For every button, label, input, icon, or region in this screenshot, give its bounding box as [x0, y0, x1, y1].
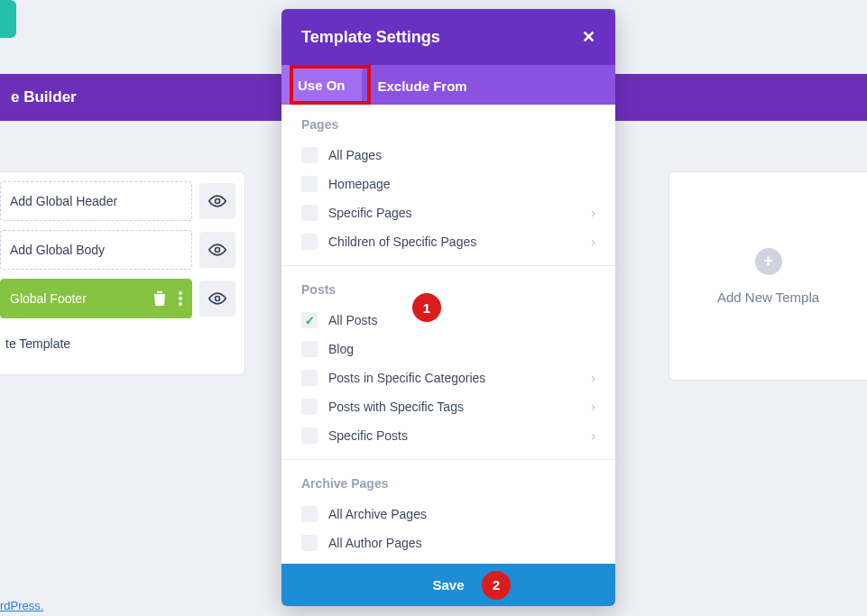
- chevron-right-icon: ›: [591, 371, 595, 385]
- tab-exclude-from[interactable]: Exclude From: [362, 68, 484, 105]
- option-label: Specific Pages: [328, 206, 412, 220]
- section-archive: Archive Pages All Archive Pages All Auth…: [281, 459, 615, 564]
- modal-title: Template Settings: [301, 28, 440, 47]
- option-label: All Pages: [328, 148, 382, 162]
- callout-badge-2: 2: [482, 571, 511, 600]
- callout-badge-1: 1: [412, 293, 441, 322]
- checkbox[interactable]: [301, 428, 318, 444]
- svg-point-1: [216, 248, 220, 253]
- svg-point-2: [179, 291, 182, 295]
- template-settings-modal: Template Settings ✕ Use On Exclude From …: [281, 9, 615, 606]
- option-all-author[interactable]: All Author Pages: [301, 529, 595, 557]
- eye-icon: [208, 292, 226, 305]
- option-all-posts[interactable]: All Posts: [301, 306, 595, 335]
- tab-use-on[interactable]: Use On: [281, 65, 362, 105]
- chevron-right-icon: ›: [591, 234, 595, 249]
- visibility-toggle-body[interactable]: [199, 232, 235, 268]
- slot-global-header[interactable]: Add Global Header: [0, 181, 192, 221]
- section-title-posts: Posts: [301, 282, 595, 297]
- modal-tabs: Use On Exclude From: [281, 65, 615, 105]
- visibility-toggle-footer[interactable]: [199, 280, 235, 317]
- chevron-right-icon: ›: [591, 428, 595, 443]
- checkbox[interactable]: [301, 312, 318, 328]
- option-label: All Posts: [328, 313, 377, 327]
- option-specific-posts[interactable]: Specific Posts›: [301, 421, 595, 450]
- option-all-pages[interactable]: All Pages: [301, 141, 595, 170]
- add-template-label: Add New Templa: [717, 290, 819, 305]
- checkbox[interactable]: [301, 506, 318, 522]
- chevron-right-icon: ›: [591, 400, 595, 414]
- more-icon[interactable]: [179, 291, 182, 306]
- checkbox[interactable]: [301, 341, 318, 357]
- section-title-pages: Pages: [301, 117, 595, 132]
- option-label: All Archive Pages: [328, 507, 427, 521]
- option-all-category[interactable]: All Category Pages: [301, 557, 595, 564]
- template-label: te Template: [0, 327, 235, 356]
- eye-icon: [208, 195, 226, 207]
- option-posts-categories[interactable]: Posts in Specific Categories›: [301, 363, 595, 392]
- checkbox[interactable]: [301, 535, 318, 551]
- checkbox[interactable]: [301, 370, 318, 386]
- option-label: All Author Pages: [328, 536, 422, 550]
- modal-header: Template Settings ✕: [281, 9, 615, 65]
- slot-global-footer[interactable]: Global Footer: [0, 279, 192, 318]
- save-label: Save: [432, 577, 464, 593]
- section-title-archive: Archive Pages: [301, 476, 595, 491]
- visibility-toggle-header[interactable]: [199, 183, 235, 219]
- builder-panel: Add Global Header Add Global Body Global…: [0, 171, 245, 375]
- slot-label: Add Global Header: [10, 194, 117, 208]
- add-template-card[interactable]: + Add New Templa: [669, 171, 867, 381]
- checkbox[interactable]: [301, 205, 318, 221]
- save-button[interactable]: Save 2: [281, 564, 615, 606]
- checkbox[interactable]: [301, 147, 318, 163]
- wordpress-link[interactable]: rdPress.: [0, 599, 43, 612]
- checkbox[interactable]: [301, 399, 318, 415]
- option-label: Posts with Specific Tags: [328, 400, 464, 414]
- teal-handle[interactable]: [0, 0, 16, 38]
- option-all-archive[interactable]: All Archive Pages: [301, 500, 595, 529]
- option-label: Homepage: [328, 177, 391, 191]
- option-label: Posts in Specific Categories: [328, 371, 485, 385]
- plus-icon: +: [755, 248, 782, 275]
- svg-point-4: [179, 302, 182, 306]
- option-children-pages[interactable]: Children of Specific Pages›: [301, 227, 595, 256]
- svg-point-5: [216, 297, 220, 301]
- theme-builder-title: e Builder: [11, 88, 77, 106]
- close-button[interactable]: ✕: [582, 27, 595, 47]
- trash-icon[interactable]: [153, 291, 166, 306]
- section-pages: Pages All Pages Homepage Specific Pages›…: [281, 105, 615, 258]
- svg-point-3: [179, 297, 182, 300]
- chevron-right-icon: ›: [591, 206, 595, 220]
- option-blog[interactable]: Blog: [301, 335, 595, 363]
- slot-global-body[interactable]: Add Global Body: [0, 230, 192, 270]
- option-label: Children of Specific Pages: [328, 234, 476, 249]
- checkbox[interactable]: [301, 176, 318, 192]
- slot-label: Add Global Body: [10, 243, 105, 257]
- row-global-footer: Global Footer: [0, 279, 235, 318]
- row-global-body: Add Global Body: [0, 230, 235, 270]
- option-homepage[interactable]: Homepage: [301, 170, 595, 198]
- option-specific-pages[interactable]: Specific Pages›: [301, 198, 595, 227]
- option-label: Specific Posts: [328, 428, 408, 443]
- row-global-header: Add Global Header: [0, 181, 235, 221]
- svg-point-0: [216, 199, 220, 204]
- checkbox[interactable]: [301, 234, 318, 250]
- option-label: Blog: [328, 342, 354, 356]
- slot-label: Global Footer: [10, 291, 87, 306]
- eye-icon: [208, 244, 226, 256]
- option-posts-tags[interactable]: Posts with Specific Tags›: [301, 392, 595, 421]
- section-posts: Posts All Posts Blog Posts in Specific C…: [281, 265, 615, 452]
- modal-body: Pages All Pages Homepage Specific Pages›…: [281, 105, 615, 564]
